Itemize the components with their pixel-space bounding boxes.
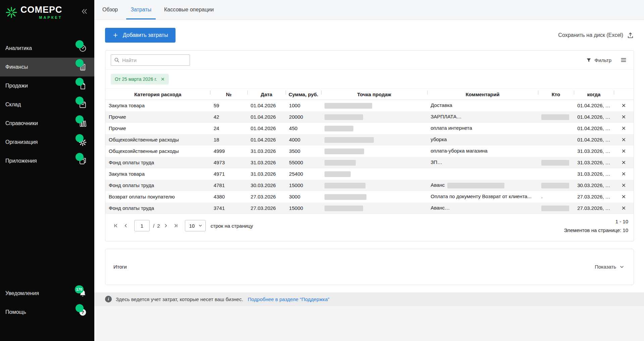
totals-show-button[interactable]: Показать [595,264,624,270]
sidebar-item-help[interactable]: Помощь ? [0,303,94,322]
first-page-button[interactable] [111,221,121,231]
cell-category: Общехозяйственные расходы [105,134,210,146]
cell-comment: оплата интернета [427,123,538,134]
redacted-value [541,114,569,120]
notifications-count-badge [76,153,84,161]
remove-filter-icon[interactable] [161,77,165,81]
filter-button[interactable]: Фильтр [586,57,611,63]
delete-row-button[interactable] [621,182,627,188]
notifications-count-badge: 170 [75,285,84,293]
delete-row-button[interactable] [621,137,627,143]
tab-label: Обзор [102,7,118,13]
cell-actions [614,180,634,191]
export-excel-label: Сохранить на диск (Excel) [558,32,623,38]
info-icon: i [105,296,112,302]
filter-group: Фильтр [586,57,627,63]
delete-row-button[interactable] [621,194,627,200]
tab-label: Затраты [131,7,151,13]
column-header: Точка продаж [321,89,427,100]
cell-sum: 3500 [286,146,321,157]
plus-icon [112,32,118,38]
cell-actions [614,191,634,203]
cell-point-of-sale [321,191,427,203]
cell-point-of-sale [321,123,427,134]
page-number-input[interactable] [134,220,150,231]
sidebar-item-sales[interactable]: Продажи [0,76,94,95]
column-header: № [210,89,247,100]
cell-comment: Аванс [427,203,538,214]
active-filters-row: От 25 марта 2026 г. [105,70,634,89]
sidebar-item-apps[interactable]: Приложения [0,152,94,170]
logo-title: COMEPC [20,5,62,14]
comment-text: уборка [431,136,447,142]
column-header: Дата [247,89,286,100]
cell-when: 01.04.2026, 1... [574,111,614,123]
main-area: Обзор Затраты Кассовые операции Добавить… [94,0,644,341]
comment-text: оплата-уборка магазина [431,148,487,154]
cell-when: 27.03.2026, 2... [574,191,614,203]
tab-cash-operations[interactable]: Кассовые операции [158,0,220,19]
cell-date: 01.04.2026 [247,134,286,146]
cell-number: 18 [210,134,247,146]
last-page-button[interactable] [171,221,181,231]
date-filter-chip: От 25 марта 2026 г. [111,74,169,84]
export-excel-button[interactable]: Сохранить на диск (Excel) [558,32,634,39]
sidebar-item-analytics[interactable]: Аналитика [0,39,94,58]
table-row: Фонд оплаты труда 4973 31.03.2026 55000 … [105,157,634,168]
logo-row: COMEPC МАРКЕТ [0,0,94,19]
notifications-count-badge [76,115,84,123]
delete-row-button[interactable] [621,103,627,108]
cell-sum: 25400 [286,168,321,180]
cell-when: 01.04.2026, 1... [574,100,614,111]
add-expense-button[interactable]: Добавить затраты [105,28,176,43]
cell-number: 4380 [210,191,247,203]
cell-number: 3741 [210,203,247,214]
cell-sum: 55000 [286,157,321,168]
delete-row-button[interactable] [621,125,627,131]
search-input[interactable] [122,57,190,63]
sidebar-item-label: Справочники [5,120,38,126]
collapse-sidebar-icon[interactable] [80,7,88,17]
logo[interactable]: COMEPC МАРКЕТ [5,5,62,19]
cell-sum: 15000 [286,203,321,214]
redacted-value [325,126,353,131]
sidebar-item-finance[interactable]: Финансы [0,58,94,76]
delete-row-button[interactable] [621,148,627,154]
sidebar-item-label: Помощь [5,309,26,315]
tab-overview[interactable]: Обзор [96,0,124,19]
cell-number: 59 [210,100,247,111]
cell-who [538,203,574,214]
cell-comment: уборка [427,134,538,146]
sidebar-item-organization[interactable]: Организация [0,133,94,152]
tabbar: Обзор Затраты Кассовые операции [94,0,644,20]
tab-expenses[interactable]: Затраты [124,0,158,19]
chevron-down-icon [198,224,202,228]
content-inner: Добавить затраты Сохранить на диск (Exce… [94,20,644,285]
comment-text: ЗАРПЛАТА [431,114,461,119]
sidebar-footer-menu: Уведомления 170 Помощь ? [0,284,94,322]
page-size-select[interactable]: 10 [185,220,206,231]
sidebar-item-references[interactable]: Справочники [0,114,94,133]
delete-row-button[interactable] [621,114,627,120]
content: Добавить затраты Сохранить на диск (Exce… [94,20,644,341]
cell-category: Прочие [105,123,210,134]
cell-comment: Аванс [427,180,538,191]
table-menu-icon[interactable] [620,57,627,63]
delete-row-button[interactable] [621,160,627,165]
delete-row-button[interactable] [621,171,627,177]
who-text: . [541,193,543,199]
next-page-button[interactable] [161,221,171,231]
cell-when: 01.04.2026, 1... [574,123,614,134]
cell-category: Фонд оплаты труда [105,157,210,168]
cell-sum: 15000 [286,180,321,191]
cell-comment: Оплата по документу Возврат от клиента..… [427,191,538,203]
cell-number: 24 [210,123,247,134]
cell-actions [614,123,634,134]
sidebar-item-warehouse[interactable]: Склад [0,95,94,114]
delete-row-button[interactable] [621,205,627,211]
redacted-value [325,137,374,143]
sidebar-item-notifications[interactable]: Уведомления 170 [0,284,94,303]
cell-number: 4999 [210,146,247,157]
support-link[interactable]: Подробнее в разделе “Поддержка” [248,296,329,302]
previous-page-button[interactable] [121,221,131,231]
